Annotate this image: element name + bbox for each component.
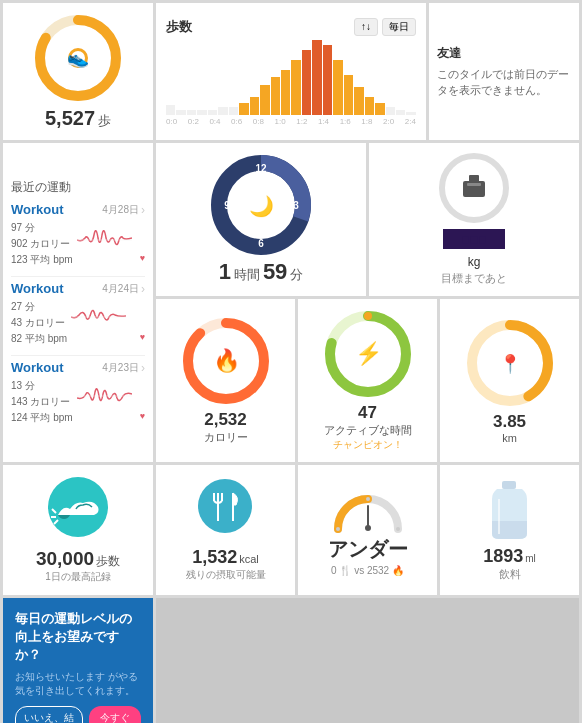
- workout-date-2: 4月24日: [102, 282, 139, 296]
- active-value: 47: [358, 403, 377, 423]
- bar: [333, 60, 342, 115]
- diet-gauge-svg: [328, 484, 408, 534]
- tile-best-steps: 30,000 歩数 1日の最高記録: [3, 465, 153, 595]
- tile-friends: 友達 このタイルでは前日のデータを表示できません。: [429, 3, 579, 140]
- workout-header-2: Workout 4月24日 ›: [11, 281, 145, 296]
- bar-chart-container: 0:0 0:2 0:4 0:6 0:8 1:0 1:2 1:4 1:6 1:8 …: [166, 40, 416, 126]
- weight-unit: kg: [468, 255, 481, 269]
- diet-sub2: 2532 🔥: [367, 565, 404, 576]
- workout-date-row-3: 4月23日 ›: [102, 361, 145, 375]
- svg-point-38: [365, 525, 371, 531]
- sleep-ring-container: 12 3 6 9 🌙: [211, 155, 311, 255]
- x-label: 1:2: [296, 117, 307, 126]
- distance-ring-container: 📍: [465, 318, 555, 408]
- recent-workouts-title: 最近の運動: [11, 179, 71, 196]
- svg-point-40: [396, 527, 400, 531]
- row-3: 30,000 歩数 1日の最高記録: [3, 465, 579, 595]
- sleep-ring-svg: 12 3 6 9 🌙: [211, 155, 311, 255]
- friends-text: このタイルでは前日のデータを表示できません。: [437, 66, 571, 99]
- svg-text:⚡: ⚡: [354, 340, 382, 367]
- x-label: 2:4: [405, 117, 416, 126]
- workout-name-2[interactable]: Workout: [11, 281, 63, 296]
- stat-bpm-1: 123 平均 bpm: [11, 252, 73, 268]
- water-bottle-svg: [487, 479, 532, 544]
- chevron-icon-2: ›: [141, 282, 145, 296]
- bar-highlight: [302, 50, 311, 115]
- heart-graph-3: ♥: [77, 378, 145, 421]
- tile-water: 1893 ml 飲料: [440, 465, 579, 595]
- distance-value: 3.85: [493, 412, 526, 432]
- svg-point-41: [366, 497, 370, 501]
- x-label: 0:4: [209, 117, 220, 126]
- workout-name-1[interactable]: Workout: [11, 202, 63, 217]
- bar: [239, 103, 248, 115]
- workout-item-3: Workout 4月23日 › 13 分 143 カロリー 124 平均 bpm: [11, 355, 145, 426]
- calories-ring-container: 🔥: [181, 316, 271, 406]
- chart-title: 歩数: [166, 18, 192, 36]
- distance-ring-svg: 📍: [465, 318, 555, 408]
- steps-ring-container: 👟: [33, 13, 123, 103]
- bar: [396, 110, 405, 115]
- distance-unit: km: [502, 432, 517, 444]
- svg-point-32: [198, 479, 252, 533]
- workout-date-row-1: 4月28日 ›: [102, 203, 145, 217]
- workout-name-3[interactable]: Workout: [11, 360, 63, 375]
- tile-diet: アンダー 0 🍴 vs 2532 🔥: [298, 465, 437, 595]
- page-wrapper: 👟 5,527 歩 歩数 ↑↓ 毎日: [0, 0, 582, 723]
- bar: [271, 77, 280, 115]
- heart-graph-2: ♥: [71, 299, 145, 342]
- heart-rate-svg-3: [77, 378, 132, 408]
- weight-svg: [439, 153, 509, 223]
- svg-rect-19: [469, 175, 479, 183]
- promo-no-button[interactable]: いいえ、結構です: [15, 706, 83, 723]
- active-label: アクティブな時間: [324, 423, 412, 438]
- workout-date-3: 4月23日: [102, 361, 139, 375]
- distance-count-row: 3.85: [493, 412, 526, 432]
- diet-sub: 0 🍴 vs 2532 🔥: [331, 565, 404, 576]
- bar: [386, 107, 395, 115]
- promo-yes-button[interactable]: 今すぐ試す: [89, 706, 141, 723]
- right-panel: 12 3 6 9 🌙 1 時間 59 分: [156, 143, 579, 462]
- sleep-hours-label: 時間: [234, 266, 260, 284]
- bar: [291, 60, 300, 115]
- active-ring-svg: ⚡: [323, 309, 413, 399]
- sleep-minutes: 59: [263, 259, 287, 285]
- food-count-row: 1,532 kcal: [192, 547, 259, 568]
- chart-header: 歩数 ↑↓ 毎日: [166, 18, 416, 36]
- chevron-icon-1: ›: [141, 203, 145, 217]
- workout-body-1: 97 分 902 カロリー 123 平均 bpm ♥: [11, 220, 145, 268]
- svg-rect-8: [77, 378, 132, 408]
- calories-unit: カロリー: [204, 430, 248, 445]
- x-label: 1:6: [340, 117, 351, 126]
- tile-food: 1,532 kcal 残りの摂取可能量: [156, 465, 295, 595]
- svg-text:12: 12: [255, 163, 267, 174]
- water-unit: ml: [525, 553, 536, 564]
- sleep-minutes-label: 分: [290, 266, 303, 284]
- weight-icon-container: [439, 153, 509, 223]
- stat-duration-3: 13 分: [11, 378, 73, 394]
- bar: [354, 87, 363, 115]
- heart-rate-svg-2: [71, 299, 126, 329]
- workout-body-3: 13 分 143 カロリー 124 平均 bpm ♥: [11, 378, 145, 426]
- calories-count-row: 2,532: [204, 410, 247, 430]
- chart-period-btn[interactable]: 毎日: [382, 18, 416, 36]
- chevron-icon-3: ›: [141, 361, 145, 375]
- water-label: 飲料: [499, 567, 521, 582]
- stat-duration-1: 97 分: [11, 220, 73, 236]
- shoe-icon-svg: [48, 477, 108, 537]
- chart-sort-btn[interactable]: ↑↓: [354, 18, 378, 36]
- row-2: 最近の運動 Workout 4月28日 › 97 分 902 カロリー 123 …: [3, 143, 579, 462]
- active-count-row: 47: [358, 403, 377, 423]
- tile-steps-chart: 歩数 ↑↓ 毎日: [156, 3, 426, 140]
- calories-value: 2,532: [204, 410, 247, 430]
- bar: [260, 85, 269, 115]
- best-steps-icon: [48, 477, 108, 544]
- steps-unit: 歩: [98, 112, 111, 130]
- water-value: 1893: [483, 546, 523, 567]
- tile-steps-ring: 👟 5,527 歩: [3, 3, 153, 140]
- row-1: 👟 5,527 歩 歩数 ↑↓ 毎日: [3, 3, 579, 140]
- water-count-row: 1893 ml: [483, 546, 536, 567]
- bar-highlight: [323, 45, 332, 115]
- tile-sleep: 12 3 6 9 🌙 1 時間 59 分: [156, 143, 366, 296]
- active-ring-container: ⚡: [323, 309, 413, 399]
